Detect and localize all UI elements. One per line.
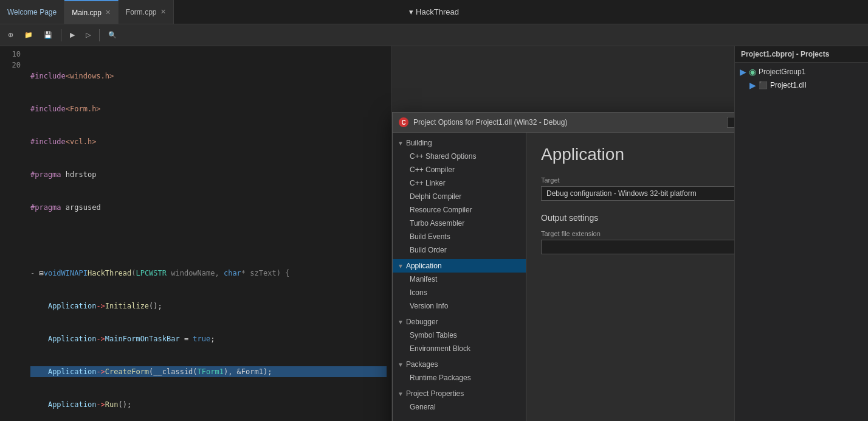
chevron-down-icon: ▼ — [398, 140, 404, 147]
code-line: #include <windows.h> — [30, 71, 387, 82]
tree-application-header[interactable]: ▼ Application — [393, 259, 526, 273]
main-layout: 10 20 #include <wind — [0, 46, 868, 421]
code-line: Application->Initialize(); — [30, 301, 387, 311]
code-line: Application->Run(); — [30, 399, 387, 410]
tab-main-cpp[interactable]: Main.cpp ✕ — [64, 0, 119, 24]
tree-packages-label: Packages — [406, 360, 438, 369]
line-numbers: 10 20 — [0, 46, 26, 421]
tree-section-packages: ▼ Packages Runtime Packages — [393, 357, 526, 386]
project-dll-label: Project1.dll — [770, 81, 806, 89]
tree-leaf-cpp-compiler[interactable]: C++ Compiler — [393, 163, 526, 176]
tab-form-cpp-close[interactable]: ✕ — [160, 8, 166, 16]
tab-form-cpp-label: Form.cpp — [126, 8, 157, 16]
search-toolbar-btn[interactable]: 🔍 — [104, 29, 121, 41]
projects-panel-title: Project1.cbproj - Projects — [735, 46, 868, 63]
chevron-down-icon: ▼ — [398, 391, 404, 397]
tree-leaf-icons[interactable]: Icons — [393, 286, 526, 299]
tab-main-cpp-close[interactable]: ✕ — [105, 9, 111, 16]
code-line: #include <Form.h> — [30, 103, 387, 114]
tree-packages-header[interactable]: ▼ Packages — [393, 358, 526, 371]
tree-leaf-environment-block[interactable]: Environment Block — [393, 342, 526, 355]
dialog-title-text: C Project Options for Project1.dll (Win3… — [399, 117, 567, 127]
target-select[interactable]: Debug configuration - Windows 32-bit pla… — [541, 186, 765, 201]
new-btn[interactable]: ⊕ — [4, 29, 18, 41]
tree-leaf-runtime-packages[interactable]: Runtime Packages — [393, 371, 526, 384]
tab-welcome[interactable]: Welcome Page — [0, 0, 64, 24]
tree-leaf-symbol-tables[interactable]: Symbol Tables — [393, 329, 526, 342]
tree-leaf-general[interactable]: General — [393, 400, 526, 414]
tree-leaf-turbo-assembler[interactable]: Turbo Assembler — [393, 217, 526, 230]
chevron-right-icon: ▶ — [749, 80, 756, 90]
code-line: - ⊟void WINAPI HackThread(LPCWSTR window… — [30, 268, 387, 279]
code-line: Application->MainFormOnTaskBar = true; — [30, 333, 387, 344]
project-group-item[interactable]: ▶ ◉ ProjectGroup1 — [737, 65, 866, 78]
tree-project-properties-header[interactable]: ▼ Project Properties — [393, 387, 526, 400]
build-btn[interactable]: ▶ — [66, 29, 79, 41]
editor-title: ▾ HackThread — [409, 7, 459, 16]
open-btn[interactable]: 📁 — [20, 29, 37, 41]
chevron-down-icon: ▼ — [398, 263, 404, 270]
tree-leaf-build-order[interactable]: Build Order — [393, 243, 526, 257]
tree-leaf-cpp-linker[interactable]: C++ Linker — [393, 176, 526, 190]
tab-main-cpp-label: Main.cpp — [72, 9, 102, 17]
dialog-icon: C — [399, 117, 408, 127]
tree-section-project-properties: ▼ Project Properties General — [393, 386, 526, 415]
tree-leaf-cpp-shared[interactable]: C++ Shared Options — [393, 150, 526, 163]
target-select-value: Debug configuration - Windows 32-bit pla… — [546, 189, 697, 198]
tree-section-application: ▼ Application Manifest Icons Version Inf… — [393, 258, 526, 314]
dialog-tree: ▼ Building C++ Shared Options C++ Compil… — [393, 133, 526, 421]
save-toolbar-btn[interactable]: 💾 — [40, 29, 57, 41]
tree-leaf-build-events[interactable]: Build Events — [393, 230, 526, 243]
code-line: #include <vcl.h> — [30, 136, 387, 147]
code-line: #pragma argsused — [30, 202, 387, 213]
title-bar: Welcome Page Main.cpp ✕ Form.cpp ✕ ▾ Hac… — [0, 0, 868, 24]
tab-welcome-label: Welcome Page — [7, 8, 57, 16]
project-group-icon: ◉ — [749, 67, 756, 77]
tree-project-properties-label: Project Properties — [406, 389, 464, 398]
code-area: 10 20 #include <wind — [0, 46, 391, 421]
code-panel: 10 20 #include <wind — [0, 46, 392, 421]
tab-form-cpp[interactable]: Form.cpp ✕ — [119, 0, 174, 24]
title-dropdown-icon[interactable]: ▾ — [409, 7, 413, 16]
project-dll-item[interactable]: ▶ ⬛ Project1.dll — [737, 78, 866, 92]
code-line-highlighted: Application->CreateForm(__classid(TForm1… — [30, 366, 387, 377]
chevron-right-icon: ▶ — [740, 67, 746, 77]
tree-leaf-resource-compiler[interactable]: Resource Compiler — [393, 203, 526, 217]
dialog-title: Project Options for Project1.dll (Win32 … — [413, 118, 567, 127]
title-text: HackThread — [416, 7, 459, 16]
toolbar-sep-1 — [61, 29, 61, 41]
chevron-down-icon: ▼ — [398, 361, 404, 368]
tree-leaf-manifest[interactable]: Manifest — [393, 273, 526, 286]
project-tree: ▶ ◉ ProjectGroup1 ▶ ⬛ Project1.dll — [735, 63, 868, 94]
code-line — [30, 235, 387, 246]
tree-building-label: Building — [406, 139, 432, 147]
project-dll-icon: ⬛ — [759, 81, 768, 89]
project-group-label: ProjectGroup1 — [759, 68, 805, 76]
toolbar-sep-2 — [99, 29, 100, 41]
tree-building-header[interactable]: ▼ Building — [393, 136, 526, 150]
tree-debugger-label: Debugger — [406, 318, 438, 326]
tree-debugger-header[interactable]: ▼ Debugger — [393, 315, 526, 329]
run-btn[interactable]: ▷ — [81, 29, 95, 41]
chevron-down-icon: ▼ — [398, 319, 404, 325]
projects-panel: Project1.cbproj - Projects ▶ ◉ ProjectGr… — [734, 46, 868, 421]
code-line: #pragma hdrstop — [30, 169, 387, 180]
toolbar: ⊕ 📁 💾 ▶ ▷ 🔍 — [0, 24, 868, 46]
tree-section-debugger: ▼ Debugger Symbol Tables Environment Blo… — [393, 314, 526, 357]
tree-application-label: Application — [406, 262, 442, 270]
tree-leaf-version-info[interactable]: Version Info — [393, 299, 526, 313]
tree-leaf-delphi-compiler[interactable]: Delphi Compiler — [393, 190, 526, 203]
tree-section-building: ▼ Building C++ Shared Options C++ Compil… — [393, 135, 526, 258]
code-content[interactable]: #include <windows.h> #include <Form.h> #… — [26, 46, 391, 421]
